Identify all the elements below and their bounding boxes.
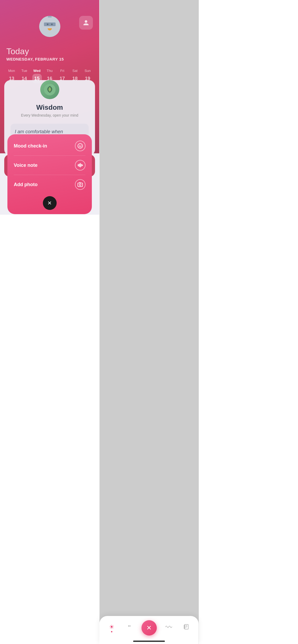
popup-menu: Mood check-in Voice note	[7, 134, 92, 214]
mood-checkin-item[interactable]: Mood check-in	[7, 136, 92, 155]
cal-day-name-sat: Sat	[72, 69, 78, 73]
voice-note-icon	[75, 160, 85, 171]
close-fab-in-popup[interactable]: ✕	[43, 196, 57, 210]
svg-rect-6	[80, 163, 81, 167]
today-date: WEDNESDAY, FEBRUARY 15	[6, 57, 93, 61]
wisdom-avatar	[40, 80, 59, 99]
svg-rect-5	[79, 164, 80, 167]
cal-day-name-sun: Sun	[84, 69, 91, 73]
profile-button[interactable]	[79, 16, 93, 30]
svg-point-10	[79, 184, 81, 186]
svg-point-3	[81, 145, 82, 146]
mood-checkin-icon	[75, 141, 85, 151]
cal-day-name-tue: Tue	[21, 69, 27, 73]
wisdom-prompt-text: I am comfortable when	[15, 129, 84, 135]
svg-rect-9	[78, 183, 83, 187]
cal-day-name-wed: Wed	[33, 69, 40, 73]
svg-rect-8	[82, 164, 83, 166]
today-label: Today	[6, 47, 93, 56]
svg-point-2	[79, 145, 80, 146]
svg-rect-4	[78, 164, 79, 166]
add-photo-icon	[75, 179, 85, 190]
voice-note-label: Voice note	[14, 163, 38, 168]
add-photo-label: Add photo	[14, 182, 38, 187]
wisdom-subtitle: Every Wednesday, open your mind	[11, 113, 89, 117]
svg-rect-7	[81, 164, 82, 167]
wisdom-title: Wisdom	[11, 103, 89, 112]
voice-note-item[interactable]: Voice note	[7, 156, 92, 175]
cal-day-name-thu: Thu	[47, 69, 52, 73]
mood-checkin-label: Mood check-in	[14, 143, 47, 149]
robot-avatar	[39, 16, 60, 37]
today-section: Today WEDNESDAY, FEBRUARY 15	[0, 41, 99, 65]
header	[0, 0, 99, 41]
add-photo-item[interactable]: Add photo	[7, 175, 92, 194]
svg-point-1	[78, 144, 83, 148]
cal-day-name-mon: Mon	[8, 69, 15, 73]
cal-day-name-fri: Fri	[60, 69, 64, 73]
